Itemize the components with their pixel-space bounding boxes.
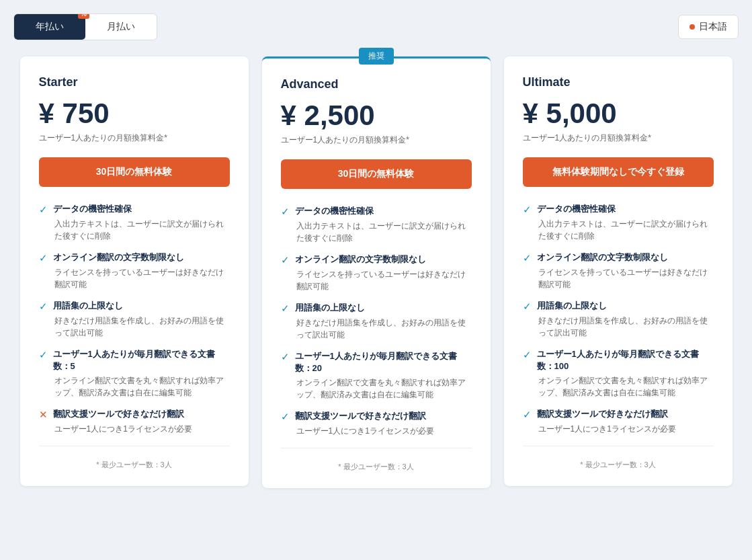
plan-price: ¥ 2,500 [281, 99, 472, 132]
feature-desc: 好きなだけ用語集を作成し、お好みの用語を使って訳出可能 [296, 317, 472, 341]
top-bar: 年払い % 月払い 日本語 [13, 13, 739, 40]
feature-desc: オンライン翻訳で文書を丸々翻訳すれば効率アップ、翻訳済み文書は自在に編集可能 [296, 376, 472, 401]
feature-title: ユーザー1人あたりが毎月翻訳できる文書数：100 [537, 348, 714, 372]
feature-title: オンライン翻訳の文字数制限なし [53, 251, 184, 264]
feature-item-0-4: ✕ 翻訳支援ツールで好きなだけ翻訳 ユーザー1人につき1ライセンスが必要 [39, 408, 230, 435]
annual-billing-label: 年払い [36, 21, 64, 32]
cta-button-advanced[interactable]: 30日間の無料体験 [281, 159, 472, 189]
check-icon: ✓ [39, 252, 48, 264]
feature-header: ✓ ユーザー1人あたりが毎月翻訳できる文書数：100 [523, 348, 714, 372]
feature-desc: オンライン翻訳で文書を丸々翻訳すれば効率アップ、翻訳済み文書は自在に編集可能 [54, 374, 230, 399]
feature-item-2-2: ✓ 用語集の上限なし 好きなだけ用語集を作成し、お好みの用語を使って訳出可能 [523, 300, 714, 339]
feature-header: ✓ ユーザー1人あたりが毎月翻訳できる文書数：20 [281, 350, 472, 374]
feature-header: ✓ 翻訳支援ツールで好きなだけ翻訳 [523, 408, 714, 421]
feature-desc: 入出力テキストは、ユーザーに訳文が届けられた後すぐに削除 [54, 218, 230, 242]
cross-icon: ✕ [39, 409, 48, 421]
feature-item-0-0: ✓ データの機密性確保 入出力テキストは、ユーザーに訳文が届けられた後すぐに削除 [39, 203, 230, 242]
feature-header: ✓ 用語集の上限なし [39, 300, 230, 313]
feature-desc: 好きなだけ用語集を作成し、お好みの用語を使って訳出可能 [538, 315, 714, 339]
feature-header: ✓ 用語集の上限なし [523, 300, 714, 313]
plan-card-ultimate: Ultimate ¥ 5,000 ユーザー1人あたりの月額換算料金* 無料体験期… [504, 56, 733, 486]
language-button[interactable]: 日本語 [678, 15, 739, 39]
card-footer: * 最少ユーザー数：3人 [39, 460, 230, 470]
plan-name: Starter [39, 75, 230, 89]
feature-title: ユーザー1人あたりが毎月翻訳できる文書数：20 [295, 350, 472, 374]
card-footer: * 最少ユーザー数：3人 [523, 460, 714, 470]
feature-item-1-4: ✓ 翻訳支援ツールで好きなだけ翻訳 ユーザー1人につき1ライセンスが必要 [281, 410, 472, 437]
cta-button-ultimate[interactable]: 無料体験期間なしで今すぐ登録 [523, 157, 714, 187]
plan-card-advanced: 推奨 Advanced ¥ 2,500 ユーザー1人あたりの月額換算料金* 30… [262, 56, 491, 488]
check-icon: ✓ [281, 411, 290, 423]
card-footer: * 最少ユーザー数：3人 [281, 462, 472, 472]
plan-name: Advanced [281, 77, 472, 91]
plan-card-starter: Starter ¥ 750 ユーザー1人あたりの月額換算料金* 30日間の無料体… [20, 56, 249, 486]
cta-button-starter[interactable]: 30日間の無料体験 [39, 157, 230, 187]
annual-billing-button[interactable]: 年払い % [14, 14, 85, 40]
feature-desc: ユーザー1人につき1ライセンスが必要 [296, 425, 472, 437]
feature-header: ✓ 翻訳支援ツールで好きなだけ翻訳 [281, 410, 472, 423]
feature-item-2-1: ✓ オンライン翻訳の文字数制限なし ライセンスを持っているユーザーは好きなだけ翻… [523, 251, 714, 290]
feature-item-1-2: ✓ 用語集の上限なし 好きなだけ用語集を作成し、お好みの用語を使って訳出可能 [281, 302, 472, 341]
feature-desc: ライセンスを持っているユーザーは好きなだけ翻訳可能 [538, 266, 714, 290]
check-icon: ✓ [281, 303, 290, 315]
plan-name: Ultimate [523, 75, 714, 89]
feature-title: 用語集の上限なし [295, 302, 365, 314]
feature-item-1-1: ✓ オンライン翻訳の文字数制限なし ライセンスを持っているユーザーは好きなだけ翻… [281, 253, 472, 292]
language-label: 日本語 [699, 21, 727, 33]
feature-item-1-0: ✓ データの機密性確保 入出力テキストは、ユーザーに訳文が届けられた後すぐに削除 [281, 205, 472, 244]
price-desc: ユーザー1人あたりの月額換算料金* [39, 132, 230, 144]
feature-header: ✕ 翻訳支援ツールで好きなだけ翻訳 [39, 408, 230, 421]
feature-desc: 入出力テキストは、ユーザーに訳文が届けられた後すぐに削除 [296, 220, 472, 244]
check-icon: ✓ [523, 252, 532, 264]
feature-item-2-0: ✓ データの機密性確保 入出力テキストは、ユーザーに訳文が届けられた後すぐに削除 [523, 203, 714, 242]
feature-title: データの機密性確保 [295, 205, 374, 217]
feature-header: ✓ データの機密性確保 [523, 203, 714, 216]
feature-header: ✓ データの機密性確保 [281, 205, 472, 218]
monthly-billing-button[interactable]: 月払い [85, 14, 157, 40]
recommended-badge: 推奨 [359, 48, 394, 65]
check-icon: ✓ [39, 204, 48, 216]
check-icon: ✓ [523, 301, 532, 313]
check-icon: ✓ [523, 349, 532, 361]
check-icon: ✓ [523, 409, 532, 421]
feature-desc: オンライン翻訳で文書を丸々翻訳すれば効率アップ、翻訳済み文書は自在に編集可能 [538, 374, 714, 399]
lang-dot-icon [690, 24, 695, 30]
feature-header: ✓ データの機密性確保 [39, 203, 230, 216]
feature-title: 翻訳支援ツールで好きなだけ翻訳 [53, 408, 184, 420]
feature-header: ✓ オンライン翻訳の文字数制限なし [39, 251, 230, 264]
feature-title: データの機密性確保 [537, 203, 616, 215]
feature-desc: ユーザー1人につき1ライセンスが必要 [538, 423, 714, 435]
monthly-billing-label: 月払い [107, 21, 135, 32]
pricing-cards-container: Starter ¥ 750 ユーザー1人あたりの月額換算料金* 30日間の無料体… [13, 56, 739, 488]
feature-title: ユーザー1人あたりが毎月翻訳できる文書数：5 [53, 348, 230, 372]
feature-header: ✓ ユーザー1人あたりが毎月翻訳できる文書数：5 [39, 348, 230, 372]
feature-title: オンライン翻訳の文字数制限なし [295, 253, 426, 266]
feature-title: データの機密性確保 [53, 203, 132, 215]
check-icon: ✓ [39, 301, 48, 313]
feature-item-2-3: ✓ ユーザー1人あたりが毎月翻訳できる文書数：100 オンライン翻訳で文書を丸々… [523, 348, 714, 399]
feature-item-0-2: ✓ 用語集の上限なし 好きなだけ用語集を作成し、お好みの用語を使って訳出可能 [39, 300, 230, 339]
price-desc: ユーザー1人あたりの月額換算料金* [523, 132, 714, 144]
feature-title: 用語集の上限なし [53, 300, 123, 312]
feature-title: 翻訳支援ツールで好きなだけ翻訳 [537, 408, 668, 420]
price-desc: ユーザー1人あたりの月額換算料金* [281, 134, 472, 146]
feature-desc: ユーザー1人につき1ライセンスが必要 [54, 423, 230, 435]
feature-item-2-4: ✓ 翻訳支援ツールで好きなだけ翻訳 ユーザー1人につき1ライセンスが必要 [523, 408, 714, 435]
feature-desc: ライセンスを持っているユーザーは好きなだけ翻訳可能 [296, 268, 472, 292]
plan-price: ¥ 750 [39, 97, 230, 130]
card-divider [39, 446, 230, 446]
feature-desc: 好きなだけ用語集を作成し、お好みの用語を使って訳出可能 [54, 315, 230, 339]
check-icon: ✓ [281, 254, 290, 266]
features-list: ✓ データの機密性確保 入出力テキストは、ユーザーに訳文が届けられた後すぐに削除… [39, 203, 230, 435]
features-list: ✓ データの機密性確保 入出力テキストは、ユーザーに訳文が届けられた後すぐに削除… [281, 205, 472, 437]
feature-header: ✓ オンライン翻訳の文字数制限なし [523, 251, 714, 264]
check-icon: ✓ [39, 349, 48, 361]
feature-desc: ライセンスを持っているユーザーは好きなだけ翻訳可能 [54, 266, 230, 290]
feature-title: 翻訳支援ツールで好きなだけ翻訳 [295, 410, 426, 422]
card-divider [281, 448, 472, 448]
card-divider [523, 446, 714, 446]
feature-title: オンライン翻訳の文字数制限なし [537, 251, 668, 264]
feature-header: ✓ オンライン翻訳の文字数制限なし [281, 253, 472, 266]
check-icon: ✓ [523, 204, 532, 216]
feature-item-0-3: ✓ ユーザー1人あたりが毎月翻訳できる文書数：5 オンライン翻訳で文書を丸々翻訳… [39, 348, 230, 399]
